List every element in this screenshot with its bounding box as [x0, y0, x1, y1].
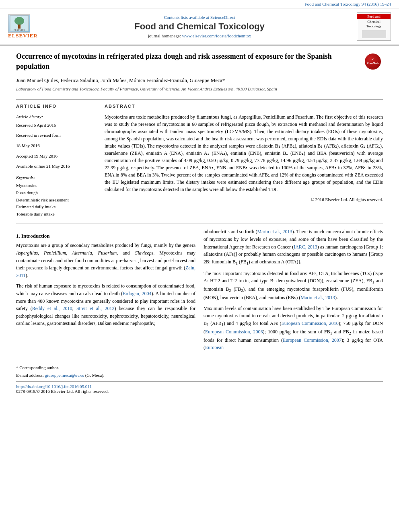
- elsevier-text: ELSEVIER: [8, 33, 48, 39]
- sciencedirect-link[interactable]: ScienceDirect: [210, 15, 235, 20]
- homepage-line: journal homepage: www.elsevier.com/locat…: [48, 33, 351, 38]
- corresponding-author-note: * Corresponding author.: [16, 364, 383, 371]
- keyword-4: Estimated daily intake: [16, 203, 97, 211]
- journal-reference: Food and Chemical Toxicology 94 (2016) 1…: [304, 2, 391, 6]
- keyword-1: Mycotoxins: [16, 182, 97, 189]
- intro-para-2: The risk of human exposure to mycotoxins…: [16, 282, 195, 327]
- article-info-column: ARTICLE INFO Article history: Received 6…: [16, 104, 97, 218]
- accepted-date: Accepted 19 May 2016: [16, 153, 97, 160]
- article-info-label: ARTICLE INFO: [16, 104, 97, 110]
- svg-rect-2: [18, 25, 21, 29]
- keyword-5: Tolerable daily intake: [16, 211, 97, 218]
- contents-line: Contents lists available at ScienceDirec…: [48, 15, 351, 20]
- abstract-column: ABSTRACT Mycotoxins are toxic metabolite…: [105, 104, 383, 218]
- abstract-paragraph: Mycotoxins are toxic metabolites produce…: [105, 113, 383, 193]
- revised-label: Received in revised form: [16, 132, 97, 139]
- email-note: E-mail address: giuseppe.meca@uv.es (G. …: [16, 372, 383, 379]
- author-email[interactable]: giuseppe.meca@uv.es: [45, 373, 84, 378]
- right-para-2: The most important mycotoxins detected i…: [204, 270, 383, 302]
- footer-divider-line: [16, 381, 383, 382]
- journal-header-center: Contents lists available at ScienceDirec…: [48, 15, 351, 38]
- doi-link[interactable]: http://dx.doi.org/10.1016/j.fct.2016.05.…: [16, 384, 383, 389]
- homepage-url[interactable]: www.elsevier.com/locate/foodchemtox: [182, 33, 251, 38]
- abstract-text: Mycotoxins are toxic metabolites produce…: [105, 113, 383, 203]
- keyword-3: Deterministic risk assessment: [16, 197, 97, 204]
- abstract-label: ABSTRACT: [105, 104, 383, 110]
- crossmark-icon[interactable]: ✓CrossMark: [365, 53, 383, 72]
- article-affiliation: Laboratory of Food Chemistry and Toxicol…: [16, 86, 359, 92]
- journal-header: ELSEVIER ELSEVIER Contents lists availab…: [0, 8, 399, 45]
- revised-date: 18 May 2016: [16, 142, 97, 150]
- journal-title: Food and Chemical Toxicology: [48, 21, 351, 32]
- article-info-block: Article history: Received 6 April 2016 R…: [16, 113, 97, 218]
- keyword-2: Pizza dough: [16, 189, 97, 197]
- article-title-section: Occurrence of mycotoxins in refrigerated…: [16, 51, 383, 95]
- online-date: Available online 21 May 2016: [16, 163, 97, 170]
- elsevier-branding: ELSEVIER: [8, 14, 48, 33]
- article-footer: * Corresponding author. E-mail address: …: [16, 361, 383, 394]
- divider-2: [16, 224, 383, 224]
- journal-logo-right: Food and Chemical Toxicology: [351, 12, 391, 41]
- intro-title: Introduction: [21, 233, 50, 239]
- main-body: 1. Introduction Mycotoxins are a group o…: [16, 228, 383, 354]
- right-para-1: tubulonefritis and so forth (Marin et al…: [204, 228, 383, 266]
- issn-notice: 0278-6915/© 2016 Elsevier Ltd. All right…: [16, 389, 383, 394]
- article-title: Occurrence of mycotoxins in refrigerated…: [16, 51, 359, 72]
- intro-para-1: Mycotoxins are a group of secondary meta…: [16, 242, 195, 279]
- svg-point-1: [14, 17, 24, 25]
- copyright-notice: © 2016 Elsevier Ltd. All rights reserved…: [105, 196, 383, 203]
- elsevier-icon: ELSEVIER: [8, 14, 30, 33]
- article-content: Occurrence of mycotoxins in refrigerated…: [0, 45, 399, 400]
- top-bar: Food and Chemical Toxicology 94 (2016) 1…: [0, 0, 399, 8]
- received-date: Received 6 April 2016: [16, 122, 97, 129]
- intro-heading: 1. Introduction: [16, 233, 195, 239]
- elsevier-logo-area: ELSEVIER ELSEVIER: [8, 14, 48, 39]
- article-title-text: Occurrence of mycotoxins in refrigerated…: [16, 51, 359, 95]
- history-label: Article history:: [16, 113, 97, 121]
- keywords-label: Keywords:: [16, 174, 97, 181]
- body-left-column: 1. Introduction Mycotoxins are a group o…: [16, 228, 195, 354]
- crossmark-badge: ✓CrossMark: [365, 53, 381, 70]
- article-authors: Juan Manuel Quiles, Federica Saladino, J…: [16, 76, 359, 84]
- info-abstract-columns: ARTICLE INFO Article history: Received 6…: [16, 104, 383, 218]
- right-para-3: Maximum levels of contamination have bee…: [204, 305, 383, 351]
- journal-logo-box: Food and Chemical Toxicology: [357, 12, 391, 41]
- svg-text:ELSEVIER: ELSEVIER: [13, 29, 25, 31]
- divider-1: [16, 99, 383, 100]
- body-right-column: tubulonefritis and so forth (Marin et al…: [204, 228, 383, 354]
